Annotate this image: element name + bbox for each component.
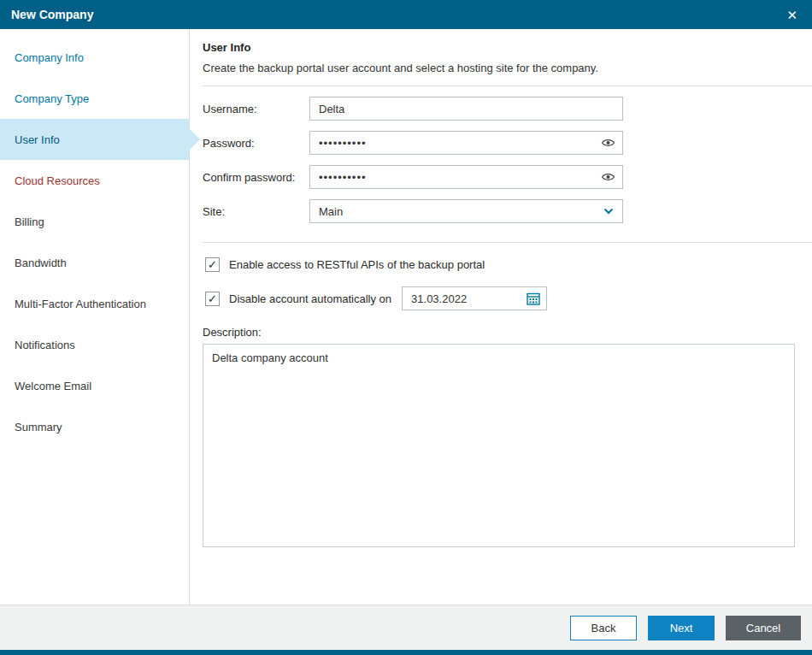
show-confirm-password-icon[interactable] bbox=[601, 172, 615, 182]
close-icon[interactable]: ✕ bbox=[783, 7, 801, 23]
confirm-password-row: Confirm password: bbox=[203, 165, 795, 189]
calendar-icon[interactable] bbox=[527, 292, 540, 305]
sidebar-item-bandwidth[interactable]: Bandwidth bbox=[0, 242, 189, 283]
confirm-password-input[interactable] bbox=[309, 165, 623, 189]
disable-account-checkbox[interactable]: ✓ bbox=[205, 292, 220, 306]
description-textarea[interactable]: Delta company account bbox=[203, 344, 795, 547]
disable-date-input[interactable] bbox=[402, 286, 547, 310]
next-button[interactable]: Next bbox=[648, 616, 715, 640]
new-company-dialog: New Company ✕ Company Info Company Type … bbox=[0, 0, 812, 655]
password-input[interactable] bbox=[309, 131, 623, 155]
sidebar-item-welcome-email[interactable]: Welcome Email bbox=[0, 365, 189, 406]
sidebar-item-company-type[interactable]: Company Type bbox=[0, 78, 189, 119]
username-label: Username: bbox=[203, 103, 309, 115]
dialog-body: Company Info Company Type User Info Clou… bbox=[0, 29, 812, 605]
site-label: Site: bbox=[203, 205, 309, 218]
titlebar: New Company ✕ bbox=[0, 0, 812, 29]
separator bbox=[203, 242, 812, 243]
cancel-button[interactable]: Cancel bbox=[726, 616, 801, 640]
site-select-value: Main bbox=[319, 205, 343, 218]
username-row: Username: bbox=[203, 97, 795, 121]
description-label: Description: bbox=[203, 326, 795, 339]
back-button[interactable]: Back bbox=[570, 616, 637, 640]
sidebar-item-billing[interactable]: Billing bbox=[0, 201, 189, 242]
disable-account-label: Disable account automatically on bbox=[229, 292, 391, 305]
password-label: Password: bbox=[203, 137, 309, 150]
rest-api-checkbox[interactable]: ✓ bbox=[205, 257, 220, 272]
dialog-title: New Company bbox=[11, 8, 93, 21]
wizard-steps-sidebar: Company Info Company Type User Info Clou… bbox=[0, 29, 190, 605]
chevron-down-icon bbox=[603, 208, 614, 215]
user-info-panel: User Info Create the backup portal user … bbox=[190, 29, 812, 605]
bottom-accent-strip bbox=[0, 650, 812, 655]
page-title: User Info bbox=[203, 41, 795, 54]
site-select[interactable]: Main bbox=[309, 199, 623, 223]
footer-bar: Back Next Cancel bbox=[0, 605, 812, 650]
sidebar-item-summary[interactable]: Summary bbox=[0, 406, 189, 447]
rest-api-row: ✓ Enable access to RESTful APIs of the b… bbox=[205, 257, 795, 272]
confirm-password-label: Confirm password: bbox=[203, 171, 309, 184]
disable-account-row: ✓ Disable account automatically on bbox=[205, 286, 795, 310]
sidebar-item-notifications[interactable]: Notifications bbox=[0, 324, 189, 365]
sidebar-item-mfa[interactable]: Multi-Factor Authentication bbox=[0, 283, 189, 324]
sidebar-item-user-info[interactable]: User Info bbox=[0, 119, 189, 160]
username-input[interactable] bbox=[309, 97, 623, 121]
sidebar-item-cloud-resources[interactable]: Cloud Resources bbox=[0, 160, 189, 201]
password-row: Password: bbox=[203, 131, 795, 155]
page-subtitle: Create the backup portal user account an… bbox=[203, 62, 795, 74]
rest-api-label: Enable access to RESTful APIs of the bac… bbox=[229, 258, 485, 271]
site-row: Site: Main bbox=[203, 199, 795, 223]
show-password-icon[interactable] bbox=[601, 138, 615, 148]
sidebar-item-company-info[interactable]: Company Info bbox=[0, 37, 189, 78]
separator bbox=[203, 86, 812, 86]
